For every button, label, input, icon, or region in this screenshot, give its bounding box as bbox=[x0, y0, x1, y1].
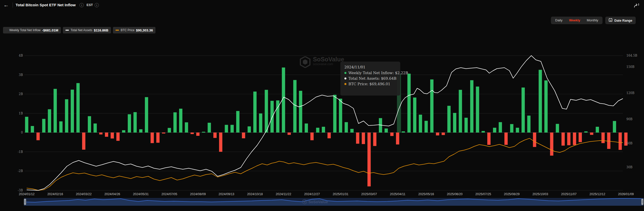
inflow-bar[interactable] bbox=[596, 127, 599, 133]
inflow-bar[interactable] bbox=[116, 133, 119, 141]
inflow-bar[interactable] bbox=[339, 99, 342, 133]
inflow-bar[interactable] bbox=[299, 91, 302, 133]
inflow-bar[interactable] bbox=[442, 133, 445, 135]
inflow-bar[interactable] bbox=[230, 125, 234, 133]
inflow-bar[interactable] bbox=[105, 133, 108, 137]
inflow-bar[interactable] bbox=[236, 111, 239, 133]
inflow-bar[interactable] bbox=[54, 89, 57, 133]
inflow-bar[interactable] bbox=[270, 101, 274, 133]
inflow-bar[interactable] bbox=[561, 133, 565, 146]
inflow-bar[interactable] bbox=[350, 129, 354, 133]
inflow-bar[interactable] bbox=[590, 133, 593, 135]
inflow-bar[interactable] bbox=[305, 123, 308, 133]
inflow-bar[interactable] bbox=[139, 129, 142, 133]
inflow-bar[interactable] bbox=[556, 124, 559, 133]
inflow-bar[interactable] bbox=[128, 114, 131, 133]
inflow-bar[interactable] bbox=[539, 70, 542, 133]
inflow-bar[interactable] bbox=[493, 128, 496, 133]
inflow-bar[interactable] bbox=[345, 122, 348, 133]
inflow-bar[interactable] bbox=[447, 106, 451, 133]
inflow-bar[interactable] bbox=[168, 128, 171, 133]
inflow-bar[interactable] bbox=[134, 112, 137, 133]
inflow-bar[interactable] bbox=[419, 115, 422, 133]
inflow-bar[interactable] bbox=[402, 131, 405, 133]
inflow-bar[interactable] bbox=[111, 133, 114, 139]
inflow-bar[interactable] bbox=[65, 99, 68, 133]
inflow-bar[interactable] bbox=[59, 121, 63, 133]
inflow-bar[interactable] bbox=[31, 126, 34, 133]
inflow-bar[interactable] bbox=[99, 133, 102, 135]
inflow-bar[interactable] bbox=[265, 90, 268, 133]
inflow-bar[interactable] bbox=[362, 133, 365, 144]
inflow-bar[interactable] bbox=[504, 133, 508, 145]
inflow-bar[interactable] bbox=[122, 130, 125, 133]
inflow-bar[interactable] bbox=[48, 109, 51, 133]
inflow-bar[interactable] bbox=[253, 92, 257, 133]
inflow-bar[interactable] bbox=[613, 121, 616, 133]
inflow-bar[interactable] bbox=[190, 133, 194, 134]
inflow-bar[interactable] bbox=[436, 133, 439, 135]
inflow-bar[interactable] bbox=[385, 129, 388, 133]
inflow-bar[interactable] bbox=[476, 87, 479, 133]
inflow-bar[interactable] bbox=[544, 80, 548, 133]
inflow-bar[interactable] bbox=[499, 122, 502, 133]
inflow-bar[interactable] bbox=[368, 133, 371, 186]
inflow-bar[interactable] bbox=[487, 133, 491, 145]
inflow-bar[interactable] bbox=[151, 133, 154, 143]
inflow-bar[interactable] bbox=[293, 80, 297, 133]
inflow-bar[interactable] bbox=[88, 116, 91, 133]
inflow-bar[interactable] bbox=[550, 133, 553, 156]
inflow-bar[interactable] bbox=[516, 128, 519, 133]
inflow-bar[interactable] bbox=[464, 118, 468, 133]
inflow-bar[interactable] bbox=[145, 97, 148, 133]
inflow-bar[interactable] bbox=[453, 113, 456, 133]
inflow-bar[interactable] bbox=[76, 83, 80, 133]
inflow-bar[interactable] bbox=[396, 133, 399, 144]
inflow-bar[interactable] bbox=[225, 125, 228, 133]
inflow-bar[interactable] bbox=[36, 133, 40, 140]
inflow-bar[interactable] bbox=[459, 90, 462, 133]
inflow-bar[interactable] bbox=[173, 112, 177, 133]
inflow-bar[interactable] bbox=[356, 133, 359, 144]
inflow-bar[interactable] bbox=[259, 113, 262, 133]
inflow-bar[interactable] bbox=[567, 133, 571, 145]
inflow-bar[interactable] bbox=[71, 90, 74, 133]
inflow-bar[interactable] bbox=[430, 79, 433, 133]
inflow-bar[interactable] bbox=[94, 123, 97, 133]
inflow-bar[interactable] bbox=[288, 133, 291, 135]
inflow-bar[interactable] bbox=[213, 133, 217, 138]
inflow-bar[interactable] bbox=[156, 133, 159, 143]
inflow-bar[interactable] bbox=[25, 117, 28, 133]
inflow-bar[interactable] bbox=[470, 80, 473, 133]
inflow-bar[interactable] bbox=[407, 74, 411, 133]
inflow-bar[interactable] bbox=[601, 133, 605, 143]
inflow-bar[interactable] bbox=[390, 133, 393, 136]
inflow-bar[interactable] bbox=[322, 127, 325, 133]
inflow-bar[interactable] bbox=[185, 122, 188, 133]
inflow-bar[interactable] bbox=[42, 119, 46, 133]
inflow-bar[interactable] bbox=[82, 133, 85, 150]
inflow-bar[interactable] bbox=[619, 133, 622, 150]
inflow-bar[interactable] bbox=[425, 121, 428, 133]
inflow-bar[interactable] bbox=[333, 95, 337, 133]
inflow-bar[interactable] bbox=[521, 88, 525, 133]
inflow-bar[interactable] bbox=[328, 133, 331, 138]
inflow-bar[interactable] bbox=[316, 128, 319, 133]
inflow-bar[interactable] bbox=[202, 132, 205, 133]
inflow-bar[interactable] bbox=[481, 131, 485, 133]
inflow-bar[interactable] bbox=[607, 133, 610, 149]
inflow-bar[interactable] bbox=[208, 123, 211, 133]
inflow-bar[interactable] bbox=[179, 109, 182, 133]
inflow-bar[interactable] bbox=[196, 133, 199, 136]
inflow-bar[interactable] bbox=[373, 133, 376, 146]
inflow-bar[interactable] bbox=[510, 124, 513, 133]
inflow-bar[interactable] bbox=[533, 133, 536, 147]
inflow-bar[interactable] bbox=[219, 133, 222, 152]
inflow-bar[interactable] bbox=[242, 133, 245, 138]
inflow-bar[interactable] bbox=[527, 116, 531, 133]
inflow-bar[interactable] bbox=[579, 133, 582, 142]
inflow-bar[interactable] bbox=[584, 131, 588, 133]
inflow-bar[interactable] bbox=[162, 133, 165, 134]
inflow-bar[interactable] bbox=[310, 133, 314, 140]
inflow-bar[interactable] bbox=[413, 98, 416, 133]
